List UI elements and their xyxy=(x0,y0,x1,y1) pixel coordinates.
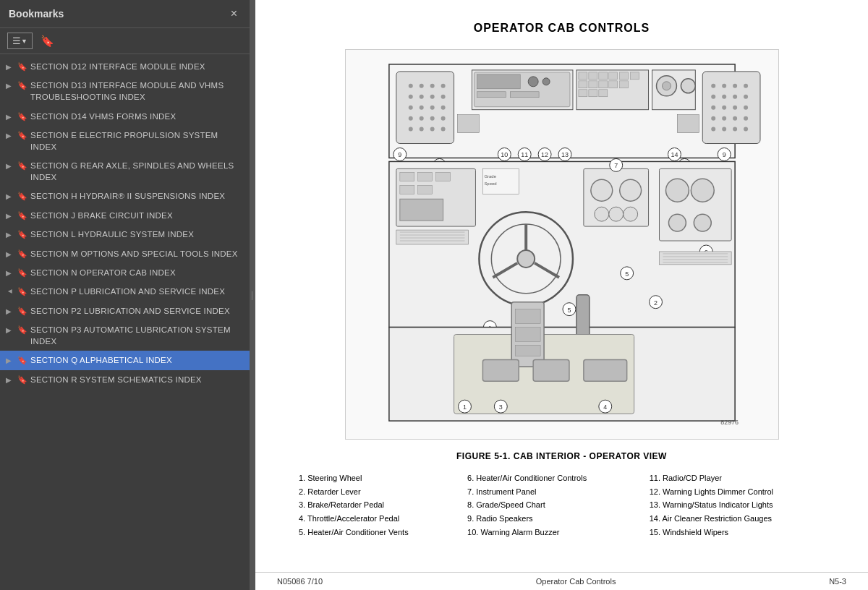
svg-point-6 xyxy=(408,95,412,99)
bookmark-arrow-4[interactable]: ▶ xyxy=(6,131,14,141)
svg-point-122 xyxy=(694,214,711,231)
bookmark-item-15[interactable]: ▶🔖SECTION R SYSTEM SCHEMATICS INDEX xyxy=(0,370,250,389)
bookmark-item-14[interactable]: ▶🔖SECTION Q ALPHABETICAL INDEX xyxy=(0,351,250,369)
bookmark-arrow-12[interactable]: ▶ xyxy=(6,307,14,317)
bookmark-arrow-10[interactable]: ▶ xyxy=(6,268,14,278)
svg-point-16 xyxy=(430,116,434,121)
svg-text:3: 3 xyxy=(498,403,502,411)
bookmark-text-4: SECTION E ELECTRIC PROPULSION SYSTEM IND… xyxy=(30,129,244,153)
close-button[interactable]: × xyxy=(227,6,241,22)
main-content: OPERATOR CAB CONTROLS 9 xyxy=(255,0,868,590)
bookmark-text-3: SECTION D14 VHMS FORMS INDEX xyxy=(30,111,244,122)
bookmark-text-8: SECTION L HYDRAULIC SYSTEM INDEX xyxy=(30,228,244,240)
bookmark-item-10[interactable]: ▶🔖SECTION N OPERATOR CAB INDEX xyxy=(0,263,250,282)
sidebar-header: Bookmarks × xyxy=(0,0,250,28)
bookmark-item-2[interactable]: ▶🔖SECTION D13 INTERFACE MODULE AND VHMS … xyxy=(0,76,250,106)
svg-point-27 xyxy=(528,77,538,87)
svg-rect-149 xyxy=(533,359,569,381)
svg-point-13 xyxy=(441,106,445,110)
svg-rect-96 xyxy=(399,199,443,221)
list-view-button[interactable]: ☰ ▼ xyxy=(7,33,33,49)
sidebar-header-left: Bookmarks xyxy=(9,8,64,20)
bookmark-item-8[interactable]: ▶🔖SECTION L HYDRAULIC SYSTEM INDEX xyxy=(0,225,250,244)
svg-point-67 xyxy=(733,95,737,99)
bookmark-arrow-5[interactable]: ▶ xyxy=(6,161,14,171)
svg-rect-30 xyxy=(510,92,539,98)
bookmark-arrow-14[interactable]: ▶ xyxy=(6,356,14,366)
bookmark-item-7[interactable]: ▶🔖SECTION J BRAKE CIRCUIT INDEX xyxy=(0,206,250,225)
legend-item: 1. Steering Wheel xyxy=(299,471,454,485)
bookmark-item-6[interactable]: ▶🔖SECTION H HYDRAIR® II SUSPENSIONS INDE… xyxy=(0,187,250,205)
bookmark-icon-button[interactable]: 🔖 xyxy=(37,33,58,49)
bookmark-item-12[interactable]: ▶🔖SECTION P2 LUBRICATION AND SERVICE IND… xyxy=(0,302,250,320)
legend-col2: 6. Heater/Air Conditioner Controls 7. In… xyxy=(461,471,642,539)
svg-point-21 xyxy=(441,127,445,132)
svg-point-17 xyxy=(441,116,445,121)
bookmark-icon-12: 🔖 xyxy=(17,306,27,317)
bookmark-item-4[interactable]: ▶🔖SECTION E ELECTRIC PROPULSION SYSTEM I… xyxy=(0,126,250,156)
bookmark-arrow-9[interactable]: ▶ xyxy=(6,249,14,260)
bookmark-text-6: SECTION H HYDRAIR® II SUSPENSIONS INDEX xyxy=(30,190,244,202)
legend-item: 4. Throttle/Accelerator Pedal xyxy=(299,512,454,526)
svg-text:11: 11 xyxy=(521,151,528,158)
bookmark-text-7: SECTION J BRAKE CIRCUIT INDEX xyxy=(30,210,244,221)
bookmark-arrow-3[interactable]: ▶ xyxy=(6,112,14,122)
bookmark-icon-6: 🔖 xyxy=(17,191,27,202)
svg-rect-150 xyxy=(583,359,626,381)
svg-point-9 xyxy=(441,95,445,99)
svg-point-28 xyxy=(542,78,550,85)
svg-point-2 xyxy=(408,84,412,88)
svg-text:9: 9 xyxy=(722,151,726,158)
bookmark-item-9[interactable]: ▶🔖SECTION M OPTIONS AND SPECIAL TOOLS IN… xyxy=(0,244,250,263)
svg-rect-47 xyxy=(608,81,617,88)
bookmark-arrow-15[interactable]: ▶ xyxy=(6,375,14,385)
cab-diagram: 9 10 11 12 xyxy=(345,49,779,440)
svg-rect-95 xyxy=(417,185,432,194)
legend-col3: 11. Radio/CD Player 12. Warning Lights D… xyxy=(644,471,830,539)
bookmark-item-3[interactable]: ▶🔖SECTION D14 VHMS FORMS INDEX xyxy=(0,107,250,126)
svg-point-65 xyxy=(711,95,715,99)
svg-point-70 xyxy=(722,106,726,110)
bookmark-arrow-7[interactable]: ▶ xyxy=(6,211,14,221)
svg-rect-46 xyxy=(598,81,607,88)
bookmark-icon-15: 🔖 xyxy=(17,375,27,385)
legend-item: 8. Grade/Speed Chart xyxy=(467,498,637,512)
bookmark-arrow-1[interactable]: ▶ xyxy=(6,62,14,72)
svg-point-66 xyxy=(722,95,726,99)
svg-rect-147 xyxy=(515,345,540,356)
svg-rect-148 xyxy=(482,359,519,381)
bookmark-arrow-11[interactable]: ▼ xyxy=(5,288,15,296)
legend-item: 2. Retarder Lever xyxy=(299,485,454,499)
bookmark-item-11[interactable]: ▼🔖SECTION P LUBRICATION AND SERVICE INDE… xyxy=(0,282,250,301)
bookmark-arrow-8[interactable]: ▶ xyxy=(6,230,14,240)
bookmark-item-1[interactable]: ▶🔖SECTION D12 INTERFACE MODULE INDEX xyxy=(0,57,250,76)
svg-text:5: 5 xyxy=(567,307,571,314)
svg-point-57 xyxy=(681,79,695,93)
svg-rect-142 xyxy=(576,295,589,338)
svg-text:2: 2 xyxy=(654,299,658,307)
footer-right: N5-3 xyxy=(829,577,846,586)
bookmark-text-5: SECTION G REAR AXLE, SPINDLES AND WHEELS… xyxy=(30,160,244,183)
page-content: OPERATOR CAB CONTROLS 9 xyxy=(255,0,868,572)
svg-point-104 xyxy=(517,250,535,268)
resizer[interactable]: │ xyxy=(250,0,255,590)
svg-rect-118 xyxy=(659,168,731,241)
svg-point-80 xyxy=(744,127,748,132)
svg-point-74 xyxy=(722,116,726,121)
bookmark-arrow-13[interactable]: ▶ xyxy=(6,325,14,335)
svg-text:12: 12 xyxy=(541,151,548,158)
bookmark-icon-5: 🔖 xyxy=(17,161,27,171)
svg-point-75 xyxy=(733,116,737,121)
bookmark-arrow-6[interactable]: ▶ xyxy=(6,192,14,202)
svg-rect-44 xyxy=(578,81,587,88)
svg-point-61 xyxy=(711,84,715,88)
bookmark-arrow-2[interactable]: ▶ xyxy=(6,81,14,91)
bookmark-item-13[interactable]: ▶🔖SECTION P3 AUTOMATIC LUBRICATION SYSTE… xyxy=(0,320,250,351)
svg-rect-91 xyxy=(399,172,414,181)
legend-item: 13. Warning/Status Indicator Lights xyxy=(650,498,825,512)
svg-point-10 xyxy=(408,106,412,110)
svg-rect-49 xyxy=(588,90,597,97)
bookmark-icon-1: 🔖 xyxy=(17,61,27,72)
svg-rect-51 xyxy=(619,72,628,80)
bookmark-item-5[interactable]: ▶🔖SECTION G REAR AXLE, SPINDLES AND WHEE… xyxy=(0,156,250,187)
